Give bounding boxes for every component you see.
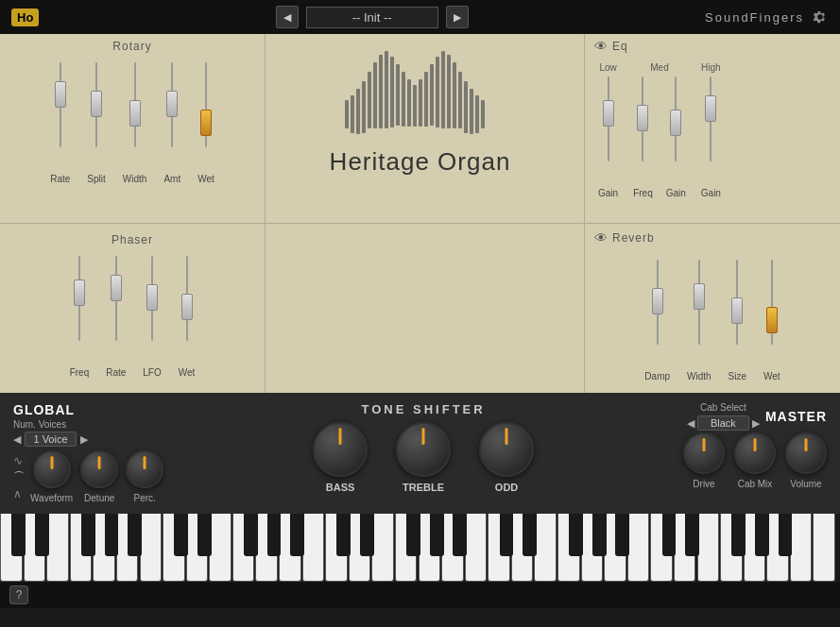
svg-rect-10 bbox=[402, 72, 405, 127]
global-controls: GLOBAL Num. Voices ◀ 1 Voice ▶ ∿ ⌒ ∧ bbox=[13, 402, 163, 503]
detune-knob[interactable] bbox=[80, 450, 118, 488]
black-key[interactable] bbox=[128, 514, 142, 556]
black-key[interactable] bbox=[569, 514, 583, 556]
svg-rect-11 bbox=[407, 79, 411, 127]
cab-mix-knob[interactable] bbox=[734, 432, 776, 474]
eq-high-gain-thumb[interactable] bbox=[705, 95, 716, 122]
white-key[interactable] bbox=[371, 514, 394, 582]
black-key[interactable] bbox=[105, 514, 119, 556]
black-key[interactable] bbox=[197, 514, 212, 556]
rotary-rate-thumb[interactable] bbox=[55, 81, 66, 108]
volume-knob[interactable] bbox=[785, 432, 827, 474]
reverb-eye-icon[interactable]: 👁 bbox=[594, 230, 608, 246]
black-key[interactable] bbox=[430, 514, 444, 556]
cab-prev-button[interactable]: ◀ bbox=[687, 417, 694, 430]
black-key[interactable] bbox=[81, 514, 95, 556]
waveform-option-saw[interactable]: ∧ bbox=[13, 487, 22, 500]
reverb-size-group: Size bbox=[729, 260, 746, 381]
preset-selector: ◀ -- Init -- ▶ bbox=[276, 6, 469, 28]
reverb-size-track bbox=[736, 260, 738, 345]
black-key[interactable] bbox=[615, 514, 629, 556]
phaser-freq-group: Freq bbox=[70, 256, 90, 378]
eq-med-freq-thumb[interactable] bbox=[637, 105, 648, 131]
bass-knob[interactable] bbox=[313, 422, 368, 477]
reverb-size-thumb[interactable] bbox=[731, 297, 743, 324]
black-key[interactable] bbox=[523, 514, 537, 556]
voices-next-button[interactable]: ▶ bbox=[80, 433, 88, 446]
phaser-rate-container bbox=[115, 256, 117, 360]
reverb-sliders-row: Damp Width Size bbox=[585, 250, 840, 381]
next-preset-button[interactable]: ▶ bbox=[446, 6, 469, 28]
keyboard[interactable] bbox=[0, 514, 840, 582]
white-key[interactable] bbox=[627, 514, 650, 582]
eq-high-gain-track bbox=[710, 76, 711, 161]
waveform-option-square[interactable]: ⌒ bbox=[13, 469, 25, 485]
black-key[interactable] bbox=[453, 514, 467, 556]
white-key[interactable] bbox=[534, 514, 557, 582]
reverb-damp-thumb[interactable] bbox=[652, 288, 663, 314]
white-key[interactable] bbox=[46, 514, 69, 582]
left-vertical-divider bbox=[265, 34, 266, 393]
black-key[interactable] bbox=[500, 514, 514, 556]
eq-med-gain-label: Gain bbox=[666, 188, 686, 198]
waveform-option-sine[interactable]: ∿ bbox=[13, 454, 23, 467]
rotary-split-thumb[interactable] bbox=[91, 91, 102, 117]
black-key[interactable] bbox=[244, 514, 258, 556]
rotary-wet-label: Wet bbox=[197, 174, 214, 184]
black-key[interactable] bbox=[662, 514, 677, 556]
eq-low-gain-thumb[interactable] bbox=[603, 100, 614, 127]
reverb-width-label: Width bbox=[687, 371, 711, 381]
rotary-wet-thumb[interactable] bbox=[200, 110, 212, 136]
white-key[interactable] bbox=[140, 514, 163, 582]
eq-med-gain-thumb[interactable] bbox=[670, 110, 681, 136]
black-key[interactable] bbox=[35, 514, 49, 556]
black-key[interactable] bbox=[731, 514, 746, 556]
treble-label: TREBLE bbox=[403, 482, 444, 493]
cab-next-button[interactable]: ▶ bbox=[752, 417, 760, 430]
help-button[interactable]: ? bbox=[9, 585, 28, 604]
reverb-title: Reverb bbox=[612, 231, 655, 245]
white-key[interactable] bbox=[813, 514, 835, 582]
voices-prev-button[interactable]: ◀ bbox=[13, 433, 21, 446]
top-bar: Ho ◀ -- Init -- ▶ SoundFingers bbox=[0, 0, 840, 34]
white-key[interactable] bbox=[790, 514, 813, 582]
eq-low-gain-group: Gain bbox=[598, 76, 618, 198]
prev-preset-button[interactable]: ◀ bbox=[276, 6, 299, 28]
black-key[interactable] bbox=[11, 514, 26, 556]
phaser-wet-thumb[interactable] bbox=[181, 294, 193, 320]
black-key[interactable] bbox=[336, 514, 351, 556]
white-key[interactable] bbox=[465, 514, 488, 582]
black-key[interactable] bbox=[174, 514, 188, 556]
eq-eye-icon[interactable]: 👁 bbox=[594, 39, 608, 54]
black-key[interactable] bbox=[592, 514, 607, 556]
white-key[interactable] bbox=[209, 514, 231, 582]
black-key[interactable] bbox=[406, 514, 420, 556]
black-key[interactable] bbox=[685, 514, 699, 556]
odd-knob[interactable] bbox=[479, 422, 534, 477]
white-key[interactable] bbox=[697, 514, 720, 582]
preset-name[interactable]: -- Init -- bbox=[306, 7, 438, 28]
settings-icon[interactable] bbox=[812, 8, 829, 25]
phaser-lfo-thumb[interactable] bbox=[146, 284, 158, 311]
black-key[interactable] bbox=[267, 514, 282, 556]
phaser-rate-thumb[interactable] bbox=[111, 275, 122, 301]
drive-knob[interactable] bbox=[683, 432, 725, 474]
white-key[interactable] bbox=[302, 514, 325, 582]
black-key[interactable] bbox=[755, 514, 769, 556]
reverb-width-thumb[interactable] bbox=[694, 283, 705, 310]
black-key[interactable] bbox=[360, 514, 374, 556]
perc-knob[interactable] bbox=[126, 450, 163, 488]
eq-med-gain-track bbox=[675, 76, 677, 161]
eq-med-label: Med bbox=[650, 62, 668, 73]
black-key[interactable] bbox=[290, 514, 304, 556]
rotary-width-thumb[interactable] bbox=[129, 100, 141, 127]
perc-label: Perc. bbox=[134, 493, 156, 503]
waveform-knob[interactable] bbox=[33, 450, 71, 488]
reverb-wet-label: Wet bbox=[763, 371, 780, 381]
reverb-wet-thumb[interactable] bbox=[766, 307, 778, 333]
phaser-freq-thumb[interactable] bbox=[74, 280, 85, 306]
rotary-amt-thumb[interactable] bbox=[166, 91, 178, 117]
reverb-width-group: Width bbox=[687, 260, 711, 381]
treble-knob[interactable] bbox=[396, 422, 451, 477]
black-key[interactable] bbox=[779, 514, 793, 556]
